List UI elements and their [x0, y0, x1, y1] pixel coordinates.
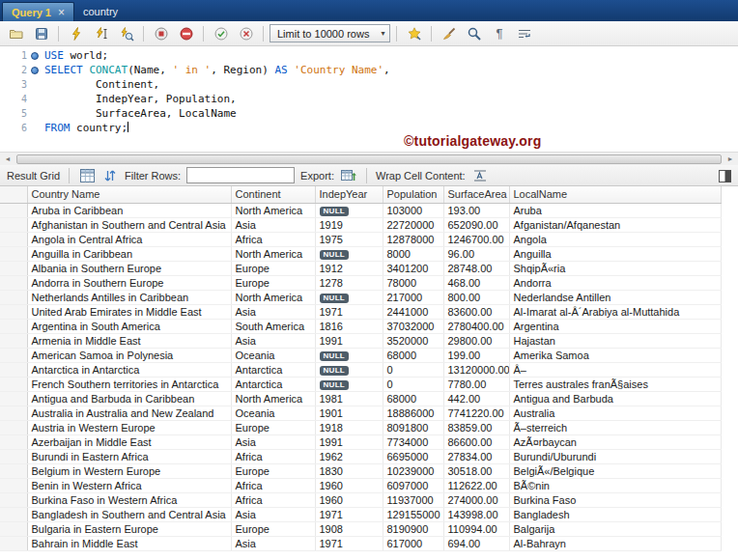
grid-cell[interactable]: Terres australes franÃ§aises [509, 377, 721, 391]
grid-cell[interactable]: 1246700.00 [443, 232, 509, 246]
table-row[interactable]: French Southern territories in Antarctic… [0, 377, 721, 391]
table-row[interactable]: Burundi in Eastern AfricaAfrica196266950… [0, 449, 721, 463]
grid-cell[interactable]: 7734000 [383, 434, 443, 449]
grid-cell[interactable]: Afganistan/Afqanestan [509, 217, 721, 232]
grid-cell[interactable]: Antarctica in Antarctica [27, 362, 231, 377]
row-selector[interactable] [0, 434, 27, 449]
code-line[interactable]: USE world; [44, 48, 390, 63]
row-selector[interactable] [0, 319, 27, 333]
grid-cell[interactable]: 7741220.00 [443, 406, 509, 420]
grid-cell[interactable]: 28748.00 [443, 261, 509, 275]
grid-cell[interactable]: 6097000 [383, 478, 443, 492]
grid-cell[interactable]: Burundi in Eastern Africa [27, 449, 231, 463]
grid-cell[interactable]: 1901 [315, 406, 383, 420]
grid-cell[interactable]: Asia [231, 434, 315, 449]
grid-cell[interactable]: AzÃ¤rbaycan [509, 434, 721, 449]
grid-cell[interactable]: 96.00 [443, 246, 509, 261]
code-line[interactable]: SELECT CONCAT(Name, ' in ', Region) AS '… [44, 63, 390, 77]
grid-cell[interactable]: Australia [509, 406, 721, 420]
tab-query-1[interactable]: Query 1 × [2, 2, 74, 21]
grid-cell[interactable]: 274000.00 [443, 492, 509, 507]
grid-cell[interactable]: 1975 [315, 232, 383, 246]
grid-cell[interactable]: 11937000 [383, 492, 443, 507]
grid-cell[interactable]: 1816 [315, 319, 383, 333]
grid-cell[interactable]: Amerika Samoa [509, 348, 721, 362]
grid-cell[interactable]: 1960 [315, 492, 383, 507]
grid-cell[interactable]: 199.00 [443, 348, 509, 362]
grid-cell[interactable]: Argentina in South America [27, 319, 231, 333]
grid-cell[interactable]: NULL [315, 246, 383, 261]
filter-rows-input[interactable] [186, 167, 295, 183]
commit-icon[interactable] [210, 24, 232, 43]
grid-cell[interactable]: 18886000 [383, 406, 443, 420]
table-row[interactable]: Azerbaijan in Middle EastAsia19917734000… [0, 434, 721, 449]
grid-cell[interactable]: Nederlandse Antillen [509, 290, 721, 304]
grid-cell[interactable]: Â– [509, 362, 721, 377]
grid-cell[interactable]: 1981 [315, 391, 383, 406]
grid-cell[interactable]: Angola [509, 232, 721, 246]
grid-cell[interactable]: Al-Bahrayn [509, 536, 721, 550]
grid-cell[interactable]: BÃ©nin [509, 478, 721, 492]
table-row[interactable]: Bahrain in Middle EastAsia1971617000694.… [0, 536, 721, 550]
save-script-icon[interactable] [30, 24, 52, 43]
grid-cell[interactable]: 2780400.00 [443, 319, 509, 333]
grid-cell[interactable]: Aruba [509, 203, 721, 217]
grid-cell[interactable]: North America [231, 391, 315, 406]
grid-cell[interactable]: Al-Imarat al-Â´Arabiya al-Muttahida [509, 304, 721, 319]
grid-cell[interactable]: 7780.00 [443, 377, 509, 391]
grid-cell[interactable]: 617000 [383, 536, 443, 550]
grid-cell[interactable]: Africa [231, 478, 315, 492]
row-selector[interactable] [0, 275, 27, 290]
row-selector-header[interactable] [0, 186, 27, 203]
grid-cell[interactable]: 129155000 [383, 507, 443, 521]
grid-cell[interactable]: Angola in Central Africa [27, 232, 231, 246]
grid-cell[interactable]: 1912 [315, 261, 383, 275]
table-row[interactable]: Australia in Australia and New ZealandOc… [0, 406, 721, 420]
grid-cell[interactable]: 1991 [315, 333, 383, 348]
grid-cell[interactable]: 1278 [315, 275, 383, 290]
table-row[interactable]: Burkina Faso in Western AfricaAfrica1960… [0, 492, 721, 507]
grid-cell[interactable]: Burkina Faso [509, 492, 721, 507]
grid-cell[interactable]: 0 [383, 362, 443, 377]
grid-cell[interactable]: 8091800 [383, 420, 443, 434]
grid-cell[interactable]: Africa [231, 232, 315, 246]
grid-cell[interactable]: 3401200 [383, 261, 443, 275]
grid-cell[interactable]: Anguilla in Caribbean [27, 246, 231, 261]
grid-cell[interactable]: Australia in Australia and New Zealand [27, 406, 231, 420]
grid-cell[interactable]: 442.00 [443, 391, 509, 406]
scroll-right-icon[interactable]: ► [723, 153, 738, 165]
grid-cell[interactable]: 13120000.00 [443, 362, 509, 377]
grid-cell[interactable]: 1830 [315, 463, 383, 478]
grid-cell[interactable]: 86600.00 [443, 434, 509, 449]
grid-cell[interactable]: Armenia in Middle East [27, 333, 231, 348]
rollback-icon[interactable] [235, 24, 257, 43]
table-row[interactable]: Albania in Southern EuropeEurope19123401… [0, 261, 721, 275]
toggle-stop-on-error-icon[interactable] [175, 24, 197, 43]
row-selector[interactable] [0, 463, 27, 478]
grid-cell[interactable]: North America [231, 246, 315, 261]
execute-icon[interactable] [65, 24, 87, 43]
sql-editor[interactable]: 123456 USE world;SELECT CONCAT(Name, ' i… [0, 46, 738, 152]
grid-cell[interactable]: North America [231, 290, 315, 304]
grid-cell[interactable]: Africa [231, 492, 315, 507]
row-selector[interactable] [0, 420, 27, 434]
grid-cell[interactable]: 143998.00 [443, 507, 509, 521]
grid-cell[interactable]: 1971 [315, 304, 383, 319]
table-row[interactable]: Angola in Central AfricaAfrica1975128780… [0, 232, 721, 246]
grid-cell[interactable]: NULL [315, 362, 383, 377]
grid-cell[interactable]: 694.00 [443, 536, 509, 550]
export-icon[interactable] [340, 167, 357, 184]
grid-cell[interactable]: United Arab Emirates in Middle East [27, 304, 231, 319]
grid-cell[interactable]: Netherlands Antilles in Caribbean [27, 290, 231, 304]
grid-cell[interactable]: South America [231, 319, 315, 333]
grid-cell[interactable]: 22720000 [383, 217, 443, 232]
grid-cell[interactable]: Anguilla [509, 246, 721, 261]
grid-cell[interactable]: 37032000 [383, 319, 443, 333]
save-snippet-star-icon[interactable] [403, 24, 425, 43]
row-selector[interactable] [0, 203, 27, 217]
grid-cell[interactable]: Antarctica [231, 362, 315, 377]
row-selector[interactable] [0, 507, 27, 521]
row-selector[interactable] [0, 449, 27, 463]
table-row[interactable]: Antigua and Barbuda in CaribbeanNorth Am… [0, 391, 721, 406]
grid-cell[interactable]: NULL [315, 290, 383, 304]
